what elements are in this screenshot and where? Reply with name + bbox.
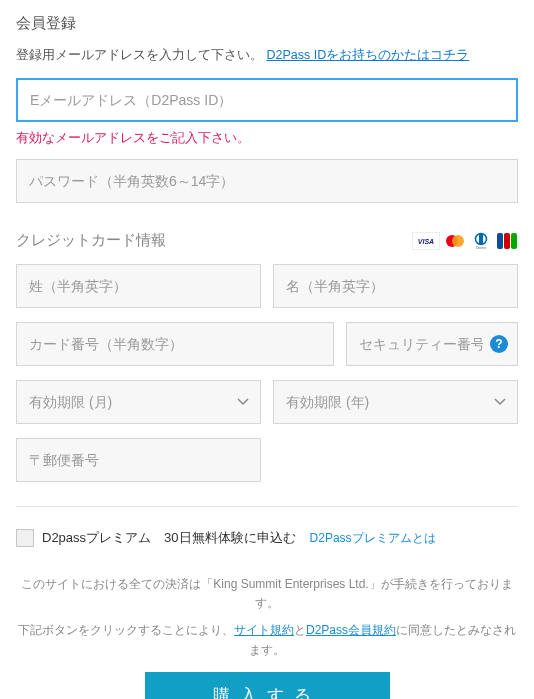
svg-rect-8	[504, 233, 510, 249]
intro-text-content: 登録用メールアドレスを入力して下さい。	[16, 48, 263, 62]
lastname-input[interactable]	[16, 264, 261, 308]
svg-point-3	[452, 235, 464, 247]
svg-text:Diners: Diners	[476, 246, 486, 250]
email-input[interactable]	[16, 78, 518, 122]
premium-checkbox[interactable]	[16, 529, 34, 547]
password-input[interactable]	[16, 159, 518, 203]
diners-icon: Diners	[470, 232, 492, 250]
divider	[16, 506, 518, 507]
intro-text: 登録用メールアドレスを入力して下さい。 D2Pass IDをお持ちのかたはコチラ	[16, 47, 518, 64]
d2pass-terms-link[interactable]: D2Pass会員規約	[306, 623, 396, 637]
premium-info-link[interactable]: D2Passプレミアムとは	[310, 530, 436, 547]
purchase-button[interactable]: 購入する	[145, 672, 390, 699]
notice-line-2-pre: 下記ボタンをクリックすることにより、	[18, 623, 234, 637]
notice-line-1: このサイトにおける全ての決済は「King Summit Enterprises …	[16, 575, 518, 613]
postcode-input[interactable]	[16, 438, 261, 482]
svg-rect-7	[497, 233, 503, 249]
security-code-help-icon[interactable]: ?	[490, 335, 508, 353]
mastercard-icon	[444, 232, 466, 250]
email-error: 有効なメールアドレスをご記入下さい。	[16, 130, 518, 147]
jcb-icon	[496, 232, 518, 250]
svg-rect-5	[479, 234, 483, 244]
site-terms-link[interactable]: サイト規約	[234, 623, 294, 637]
firstname-input[interactable]	[273, 264, 518, 308]
exp-year-select[interactable]: 有効期限 (年)	[273, 380, 518, 424]
card-number-input[interactable]	[16, 322, 334, 366]
card-brand-logos: VISA Diners	[412, 232, 518, 250]
notice-and: と	[294, 623, 306, 637]
svg-text:VISA: VISA	[418, 238, 434, 245]
d2pass-id-link[interactable]: D2Pass IDをお持ちのかたはコチラ	[266, 48, 469, 62]
page-title: 会員登録	[16, 14, 518, 33]
premium-checkbox-label: D2passプレミアム 30日無料体験に申込む	[42, 529, 296, 547]
svg-rect-9	[511, 233, 517, 249]
exp-month-select[interactable]: 有効期限 (月)	[16, 380, 261, 424]
credit-card-section-title: クレジットカード情報	[16, 231, 166, 250]
visa-icon: VISA	[412, 232, 440, 250]
notice-line-2: 下記ボタンをクリックすることにより、サイト規約とD2Pass会員規約に同意したと…	[16, 621, 518, 659]
